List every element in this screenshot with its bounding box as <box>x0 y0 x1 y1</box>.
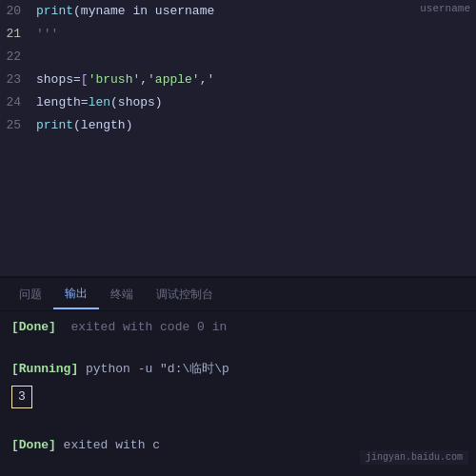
line-number-25: 25 <box>0 115 36 136</box>
tab-output[interactable]: 输出 <box>53 280 99 309</box>
code-line-24: 24 length=len(shops) <box>0 91 476 114</box>
code-content-20: print(myname in username <box>36 1 476 22</box>
editor-area: 20 print(myname in username 21 ''' 22 23… <box>0 0 476 276</box>
terminal-result-container: 3 <box>11 384 465 410</box>
line-number-21: 21 <box>0 24 36 45</box>
tab-terminal[interactable]: 终端 <box>99 281 145 308</box>
line-number-20: 20 <box>0 1 36 22</box>
username-tag: username <box>414 0 476 17</box>
terminal-result-value: 3 <box>11 386 32 408</box>
tab-problems[interactable]: 问题 <box>8 281 53 308</box>
terminal-running-line: [Running] python -u "d:\临时\p <box>11 359 465 380</box>
line-number-22: 22 <box>0 47 36 68</box>
watermark-site-text: jingyan.baidu.com <box>366 452 463 463</box>
terminal-panel: 问题 输出 终端 调试控制台 [Done] exited with code 0… <box>0 278 476 476</box>
code-line-22: 22 <box>0 46 476 69</box>
code-content-24: length=len(shops) <box>36 92 476 113</box>
line-number-23: 23 <box>0 69 36 90</box>
code-line-23: 23 shops=['brush','apple',' <box>0 69 476 91</box>
line-number-24: 24 <box>0 92 36 113</box>
code-line-21: 21 ''' <box>0 23 476 46</box>
watermark: jingyan.baidu.com <box>360 450 468 465</box>
tab-debug-console[interactable]: 调试控制台 <box>145 281 225 308</box>
code-content-25: print(length) <box>36 115 476 136</box>
tab-bar: 问题 输出 终端 调试控制台 <box>0 278 476 311</box>
terminal-prev-done-line: [Done] exited with code 0 in <box>11 317 465 338</box>
code-content-23: shops=['brush','apple',' <box>36 69 476 90</box>
code-line-20: 20 print(myname in username <box>0 0 476 23</box>
code-content-21: ''' <box>36 24 476 45</box>
code-line-25: 25 print(length) <box>0 114 476 137</box>
